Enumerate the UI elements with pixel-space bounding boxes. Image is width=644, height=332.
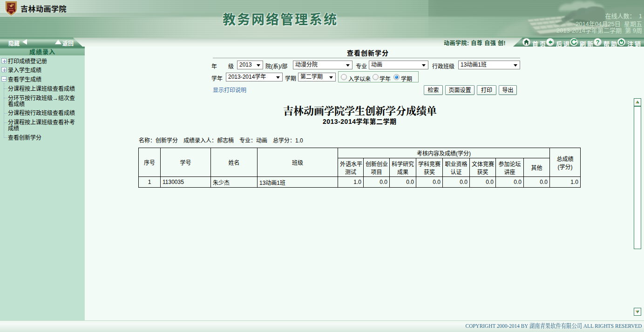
svg-text:?: ?: [596, 39, 600, 46]
